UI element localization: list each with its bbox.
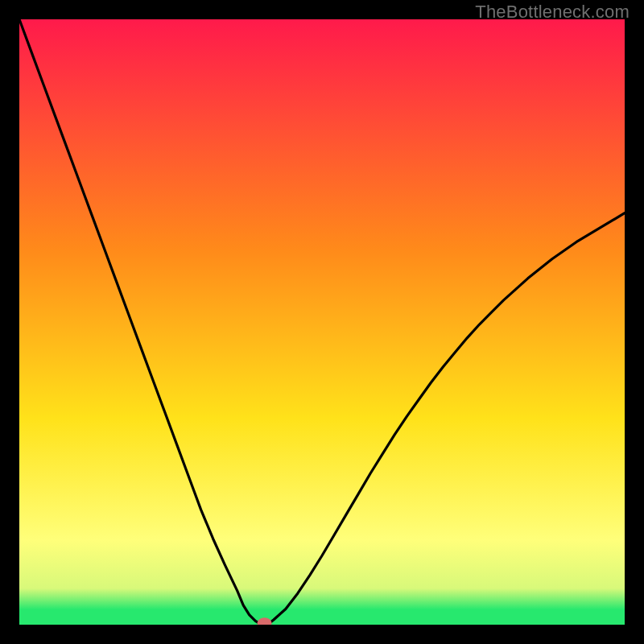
gradient-background xyxy=(19,19,625,625)
watermark-text: TheBottleneck.com xyxy=(475,2,630,23)
chart-plot xyxy=(19,19,625,625)
chart-frame: TheBottleneck.com xyxy=(0,0,644,644)
